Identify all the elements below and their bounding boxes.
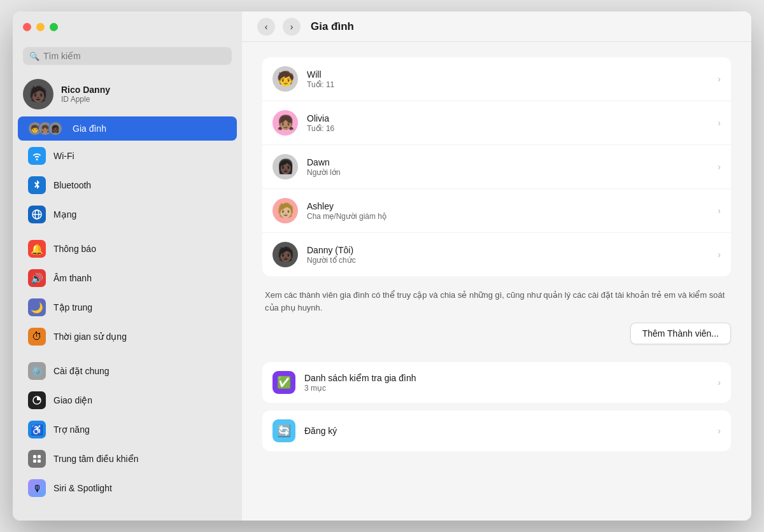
appearance-icon xyxy=(28,391,46,409)
member-row-will[interactable]: 🧒 Will Tuổi: 11 › xyxy=(262,57,731,101)
chevron-right-checklist: › xyxy=(718,377,721,388)
member-avatar-will: 🧒 xyxy=(272,66,298,92)
minimize-button[interactable] xyxy=(36,23,45,31)
checklist-sub: 3 mục xyxy=(304,384,709,393)
wifi-icon xyxy=(28,147,46,165)
wifi-label: Wi-Fi xyxy=(53,151,74,161)
member-role-ashley: Cha mẹ/Người giám hộ xyxy=(307,212,709,221)
bluetooth-icon xyxy=(28,176,46,194)
search-bar: 🔍 xyxy=(23,47,232,65)
search-icon: 🔍 xyxy=(29,52,39,61)
sidebar-item-focus[interactable]: 🌙 Tập trung xyxy=(18,293,237,321)
titlebar xyxy=(13,11,242,42)
page-title: Gia đình xyxy=(311,20,354,33)
member-row-danny[interactable]: 🧑🏿 Danny (Tôi) Người tổ chức › xyxy=(262,233,731,276)
svg-rect-4 xyxy=(33,455,36,458)
member-name-olivia: Olivia xyxy=(307,113,709,123)
subscribe-icon: 🔄 xyxy=(272,419,295,442)
accessibility-icon: ♿ xyxy=(28,421,46,438)
back-button[interactable]: ‹ xyxy=(257,18,275,36)
member-name-danny: Danny (Tôi) xyxy=(307,245,709,255)
chevron-right-subscribe: › xyxy=(718,426,721,436)
sidebar-item-bluetooth[interactable]: Bluetooth xyxy=(18,171,237,199)
focus-label: Tập trung xyxy=(53,302,92,312)
svg-rect-7 xyxy=(38,459,41,463)
member-name-ashley: Ashley xyxy=(307,201,709,211)
sidebar-item-family[interactable]: 🧒 👧🏽 👩🏿 Gia đình xyxy=(18,116,237,141)
member-avatar-ashley: 🧑🏼 xyxy=(272,198,298,223)
search-input[interactable] xyxy=(43,51,225,61)
content-body: 🧒 Will Tuổi: 11 › 👧🏽 Olivia Tuổi: 16 › xyxy=(242,42,751,521)
sidebar-item-siri[interactable]: 🎙 Siri & Spotlight xyxy=(18,474,237,502)
subscribe-name: Đăng ký xyxy=(304,426,709,436)
control-label: Trung tâm điều khiển xyxy=(53,454,138,464)
sidebar-item-network[interactable]: Mạng xyxy=(18,200,237,228)
member-row-dawn[interactable]: 👩🏿 Dawn Người lớn › xyxy=(262,145,731,189)
close-button[interactable] xyxy=(23,23,31,31)
description-text: Xem các thành viên gia đình có thể truy … xyxy=(262,289,731,314)
chevron-right-ashley: › xyxy=(718,206,721,216)
screentime-icon: ⏱ xyxy=(28,328,46,346)
forward-button[interactable]: › xyxy=(283,18,301,36)
member-role-olivia: Tuổi: 16 xyxy=(307,124,709,133)
svg-rect-6 xyxy=(33,459,36,463)
checklist-row[interactable]: ✅ Danh sách kiểm tra gia đình 3 mục › xyxy=(262,362,731,403)
sidebar-item-notify[interactable]: 🔔 Thông báo xyxy=(18,235,237,263)
add-member-button[interactable]: Thêm Thành viên... xyxy=(630,323,731,344)
checklist-name: Danh sách kiểm tra gia đình xyxy=(304,373,709,383)
add-member-row: Thêm Thành viên... xyxy=(262,323,731,344)
general-label: Cài đặt chung xyxy=(53,366,110,376)
member-row-olivia[interactable]: 👧🏽 Olivia Tuổi: 16 › xyxy=(262,101,731,145)
sidebar-item-sound[interactable]: 🔊 Âm thanh xyxy=(18,264,237,292)
main-content: ‹ › Gia đình 🧒 Will Tuổi: 11 › 👧🏽 xyxy=(242,11,751,521)
control-icon xyxy=(28,450,46,468)
sidebar-item-control[interactable]: Trung tâm điều khiển xyxy=(18,445,237,473)
network-label: Mạng xyxy=(53,209,76,220)
member-avatar-danny: 🧑🏿 xyxy=(272,242,298,267)
accessibility-label: Trợ năng xyxy=(53,424,90,435)
members-card: 🧒 Will Tuổi: 11 › 👧🏽 Olivia Tuổi: 16 › xyxy=(262,57,731,276)
subscribe-card: 🔄 Đăng ký › xyxy=(262,410,731,451)
screentime-label: Thời gian sử dụng xyxy=(53,332,127,342)
chevron-right-olivia: › xyxy=(718,118,721,128)
sound-label: Âm thanh xyxy=(53,273,92,283)
notify-icon: 🔔 xyxy=(28,240,46,258)
member-info-olivia: Olivia Tuổi: 16 xyxy=(307,113,709,133)
sidebar-item-wifi[interactable]: Wi-Fi xyxy=(18,142,237,170)
family-avatars: 🧒 👧🏽 👩🏿 xyxy=(28,122,62,136)
focus-icon: 🌙 xyxy=(28,298,46,316)
sidebar-item-appearance[interactable]: Giao diện xyxy=(18,386,237,414)
notify-label: Thông báo xyxy=(53,244,96,254)
sound-icon: 🔊 xyxy=(28,269,46,287)
sidebar: 🔍 🧑🏿 Rico Danny ID Apple 🧒 👧🏽 👩🏿 Gia đìn… xyxy=(13,11,242,521)
member-role-danny: Người tổ chức xyxy=(307,256,709,265)
member-row-ashley[interactable]: 🧑🏼 Ashley Cha mẹ/Người giám hộ › xyxy=(262,189,731,233)
user-profile[interactable]: 🧑🏿 Rico Danny ID Apple xyxy=(13,73,242,116)
siri-label: Siri & Spotlight xyxy=(53,483,112,493)
checklist-card: ✅ Danh sách kiểm tra gia đình 3 mục › xyxy=(262,362,731,403)
bluetooth-label: Bluetooth xyxy=(53,180,91,190)
sidebar-item-screentime[interactable]: ⏱ Thời gian sử dụng xyxy=(18,323,237,351)
member-info-dawn: Dawn Người lớn xyxy=(307,157,709,177)
user-name: Rico Danny xyxy=(61,85,110,95)
subscribe-row[interactable]: 🔄 Đăng ký › xyxy=(262,410,731,451)
user-subtitle: ID Apple xyxy=(61,95,110,104)
chevron-right-danny: › xyxy=(718,249,721,260)
sidebar-item-accessibility[interactable]: ♿ Trợ năng xyxy=(18,416,237,444)
member-name-dawn: Dawn xyxy=(307,157,709,167)
member-info-ashley: Ashley Cha mẹ/Người giám hộ xyxy=(307,201,709,221)
member-role-dawn: Người lớn xyxy=(307,168,709,177)
family-label: Gia đình xyxy=(73,123,106,134)
member-info-will: Will Tuổi: 11 xyxy=(307,69,709,89)
member-name-will: Will xyxy=(307,69,709,80)
avatar: 🧑🏿 xyxy=(23,79,53,109)
sidebar-item-general[interactable]: ⚙️ Cài đặt chung xyxy=(18,357,237,385)
subscribe-info: Đăng ký xyxy=(304,426,709,436)
member-role-will: Tuổi: 11 xyxy=(307,80,709,89)
member-avatar-olivia: 👧🏽 xyxy=(272,110,298,136)
checklist-info: Danh sách kiểm tra gia đình 3 mục xyxy=(304,373,709,393)
maximize-button[interactable] xyxy=(50,23,58,31)
member-info-danny: Danny (Tôi) Người tổ chức xyxy=(307,245,709,265)
checklist-icon: ✅ xyxy=(272,371,295,394)
siri-icon: 🎙 xyxy=(28,479,46,497)
